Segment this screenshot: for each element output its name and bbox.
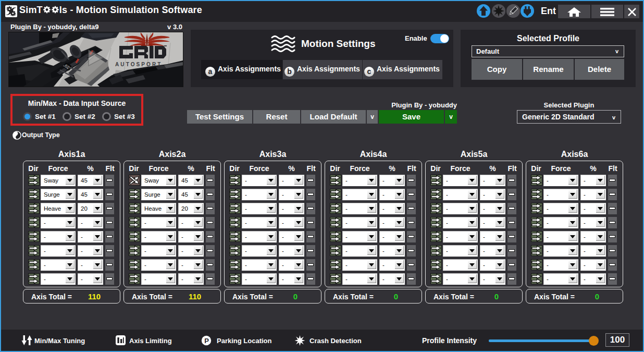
svg-text:P: P [204, 337, 209, 345]
svg-text:AUTOSPORT: AUTOSPORT [115, 62, 163, 67]
